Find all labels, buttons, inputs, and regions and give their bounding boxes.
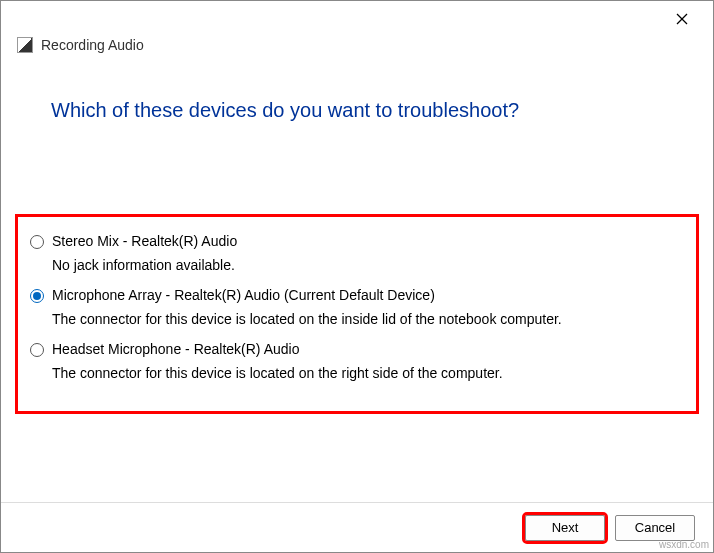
cancel-button[interactable]: Cancel <box>615 515 695 541</box>
option-label: Stereo Mix - Realtek(R) Audio <box>52 233 237 249</box>
titlebar <box>1 1 713 37</box>
radio-icon <box>30 343 44 357</box>
option-description: No jack information available. <box>52 257 684 273</box>
device-options-group: Stereo Mix - Realtek(R) Audio No jack in… <box>15 214 699 414</box>
option-description: The connector for this device is located… <box>52 365 684 381</box>
footer-bar: Next Cancel <box>1 502 713 552</box>
option-label: Microphone Array - Realtek(R) Audio (Cur… <box>52 287 435 303</box>
radio-icon <box>30 289 44 303</box>
page-heading: Which of these devices do you want to tr… <box>1 59 713 132</box>
radio-icon <box>30 235 44 249</box>
troubleshooter-window: Recording Audio Which of these devices d… <box>0 0 714 553</box>
next-button[interactable]: Next <box>525 515 605 541</box>
option-microphone-array[interactable]: Microphone Array - Realtek(R) Audio (Cur… <box>30 287 684 303</box>
option-stereo-mix[interactable]: Stereo Mix - Realtek(R) Audio <box>30 233 684 249</box>
header-row: Recording Audio <box>1 37 713 59</box>
window-title: Recording Audio <box>41 37 144 53</box>
option-headset-microphone[interactable]: Headset Microphone - Realtek(R) Audio <box>30 341 684 357</box>
option-description: The connector for this device is located… <box>52 311 684 327</box>
close-button[interactable] <box>667 4 697 34</box>
recording-audio-icon <box>17 37 33 53</box>
watermark: wsxdn.com <box>659 539 709 550</box>
close-icon <box>676 13 688 25</box>
option-label: Headset Microphone - Realtek(R) Audio <box>52 341 299 357</box>
